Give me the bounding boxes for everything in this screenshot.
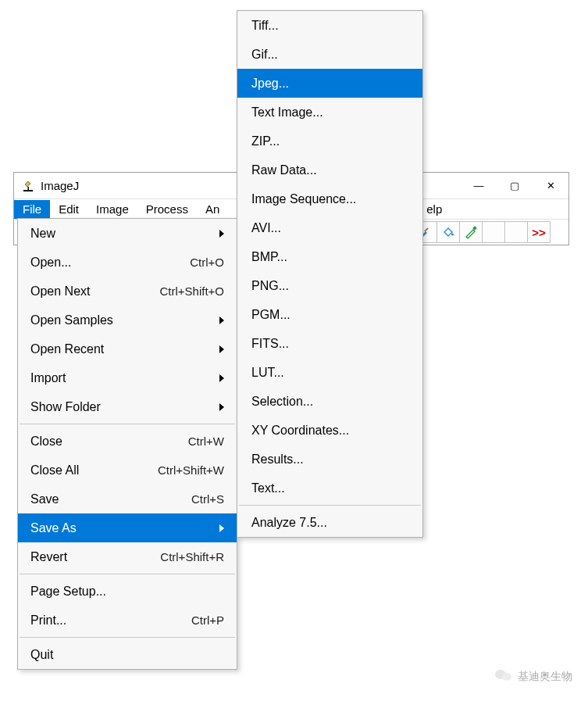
file-menu-quit[interactable]: Quit	[18, 640, 237, 669]
svg-rect-2	[424, 227, 429, 232]
svg-point-6	[502, 673, 511, 681]
chevron-right-icon	[219, 524, 224, 532]
menu-item-label: Save	[30, 492, 191, 506]
microscope-icon	[22, 180, 34, 192]
menu-item-label: Image Sequence...	[251, 192, 356, 206]
saveas-png[interactable]: PNG...	[237, 271, 422, 300]
menu-item-label: Revert	[30, 550, 160, 564]
chevron-right-icon	[219, 345, 224, 353]
file-menu-open-next[interactable]: Open NextCtrl+Shift+O	[18, 277, 237, 306]
menu-item-label: Tiff...	[251, 19, 279, 33]
minimize-button[interactable]: —	[461, 173, 497, 199]
saveas-xy-coordinates[interactable]: XY Coordinates...	[237, 416, 422, 445]
saveas-zip[interactable]: ZIP...	[237, 127, 422, 156]
menu-item-label: FITS...	[251, 337, 289, 351]
saveas-pgm[interactable]: PGM...	[237, 300, 422, 329]
saveas-gif[interactable]: Gif...	[237, 40, 422, 69]
menu-image[interactable]: Image	[87, 200, 137, 219]
file-menu-save-as[interactable]: Save As	[18, 513, 237, 542]
saveas-text-image[interactable]: Text Image...	[237, 98, 422, 127]
menu-item-shortcut: Ctrl+S	[191, 492, 224, 506]
menu-process[interactable]: Process	[137, 200, 197, 219]
saveas-fits[interactable]: FITS...	[237, 329, 422, 358]
menu-item-label: Open Next	[30, 284, 159, 299]
menu-item-label: Open Recent	[30, 342, 212, 356]
menu-item-label: Print...	[30, 613, 191, 628]
menu-analyze-cut[interactable]: An	[197, 200, 228, 219]
menu-separator	[20, 424, 235, 424]
menu-item-label: Open...	[30, 256, 190, 270]
menu-item-label: Close All	[30, 463, 158, 477]
saveas-tiff[interactable]: Tiff...	[237, 11, 422, 40]
file-menu-open-recent[interactable]: Open Recent	[18, 334, 237, 363]
tool-blank-2[interactable]	[504, 221, 528, 243]
saveas-image-sequence[interactable]: Image Sequence...	[237, 184, 422, 213]
menu-item-label: Text...	[251, 481, 285, 495]
menu-item-label: Quit	[30, 648, 224, 662]
file-menu-show-folder[interactable]: Show Folder	[18, 392, 237, 421]
menu-item-label: ZIP...	[251, 134, 280, 148]
menu-item-label: XY Coordinates...	[251, 424, 349, 438]
saveas-results[interactable]: Results...	[237, 445, 422, 474]
menu-item-label: Close	[30, 435, 188, 449]
menu-item-label: Text Image...	[251, 106, 323, 120]
menu-item-shortcut: Ctrl+Shift+O	[159, 284, 224, 298]
menu-item-label: Save As	[30, 521, 212, 535]
file-menu-page-setup[interactable]: Page Setup...	[18, 577, 237, 606]
file-menu-close[interactable]: CloseCtrl+W	[18, 427, 237, 456]
saveas-lut[interactable]: LUT...	[237, 358, 422, 387]
menu-item-label: Gif...	[251, 48, 278, 62]
menu-item-label: Show Folder	[30, 400, 212, 414]
file-menu-revert[interactable]: RevertCtrl+Shift+R	[18, 542, 237, 571]
menu-item-label: Jpeg...	[251, 77, 289, 91]
saveas-text[interactable]: Text...	[237, 474, 422, 503]
file-menu-close-all[interactable]: Close AllCtrl+Shift+W	[18, 456, 237, 485]
menu-item-shortcut: Ctrl+P	[191, 613, 224, 627]
menu-item-label: PGM...	[251, 308, 290, 322]
menu-edit[interactable]: Edit	[50, 200, 87, 219]
menu-item-label: Raw Data...	[251, 163, 317, 177]
saveas-bmp[interactable]: BMP...	[237, 242, 422, 271]
saveas-jpeg[interactable]: Jpeg...	[237, 69, 422, 98]
tool-picker[interactable]	[459, 221, 483, 243]
menu-item-label: Import	[30, 371, 212, 385]
menu-item-label: BMP...	[251, 250, 287, 264]
file-menu-save[interactable]: SaveCtrl+S	[18, 485, 237, 513]
saveas-raw-data[interactable]: Raw Data...	[237, 156, 422, 184]
menu-file[interactable]: File	[14, 200, 50, 219]
wechat-icon	[494, 667, 513, 685]
watermark-text: 基迪奥生物	[518, 670, 572, 684]
tool-more[interactable]: >>	[527, 221, 551, 243]
svg-rect-1	[28, 187, 30, 190]
menu-item-label: Page Setup...	[30, 585, 224, 599]
chevron-right-icon	[219, 230, 224, 238]
chevron-right-icon	[219, 374, 224, 382]
close-button[interactable]: ✕	[533, 173, 568, 199]
menu-item-label: Open Samples	[30, 313, 212, 327]
menu-item-label: Analyze 7.5...	[251, 516, 327, 530]
menu-item-label: Results...	[251, 452, 304, 467]
menu-item-label: New	[30, 227, 212, 241]
menu-separator	[20, 574, 235, 574]
tool-fill[interactable]	[437, 221, 460, 243]
menu-separator	[239, 505, 421, 506]
svg-rect-0	[23, 190, 33, 191]
menu-item-shortcut: Ctrl+Shift+R	[160, 550, 224, 563]
file-menu-print[interactable]: Print...Ctrl+P	[18, 606, 237, 635]
watermark: 基迪奥生物	[494, 667, 572, 685]
maximize-button[interactable]: ▢	[497, 173, 533, 199]
menu-separator	[20, 637, 235, 638]
tool-blank-1[interactable]	[482, 221, 505, 243]
file-menu-open-samples[interactable]: Open Samples	[18, 306, 237, 334]
file-menu-new[interactable]: New	[18, 219, 237, 248]
saveas-selection[interactable]: Selection...	[237, 387, 422, 416]
saveas-analyze-7-5[interactable]: Analyze 7.5...	[237, 508, 422, 537]
saveas-submenu: Tiff...Gif...Jpeg...Text Image...ZIP...R…	[237, 10, 423, 538]
file-menu-open[interactable]: Open...Ctrl+O	[18, 248, 237, 277]
menu-item-label: AVI...	[251, 221, 281, 235]
saveas-avi[interactable]: AVI...	[237, 213, 422, 242]
chevron-right-icon	[219, 317, 224, 324]
file-menu-import[interactable]: Import	[18, 363, 237, 392]
file-menu-dropdown: NewOpen...Ctrl+OOpen NextCtrl+Shift+OOpe…	[17, 218, 237, 670]
menu-item-label: PNG...	[251, 279, 289, 293]
